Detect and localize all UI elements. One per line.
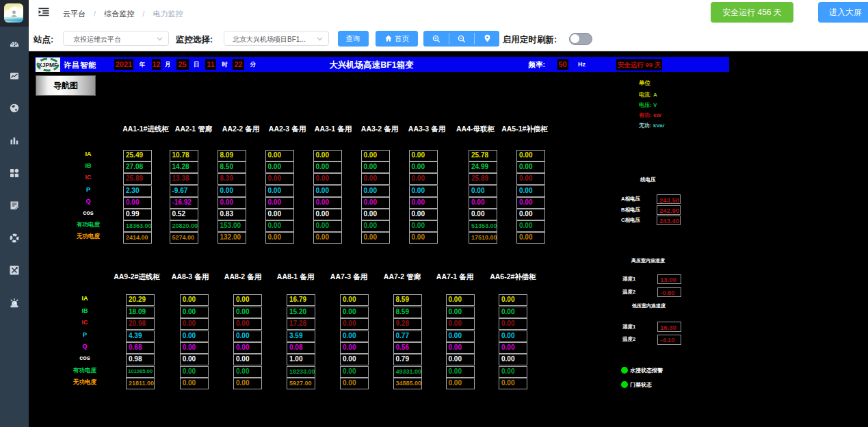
svg-text:XJPMF: XJPMF <box>38 62 57 68</box>
